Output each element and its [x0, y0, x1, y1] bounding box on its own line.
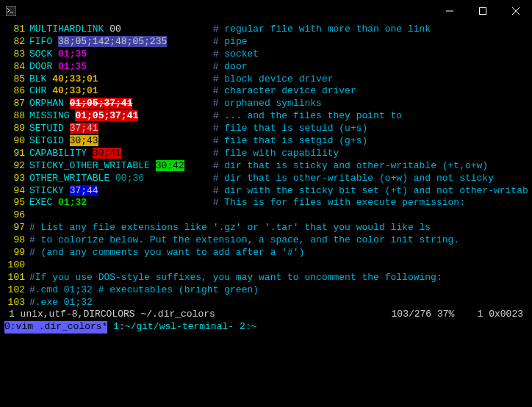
color-code: 30;43: [70, 135, 98, 146]
comment-line: #.exe 01;32: [29, 297, 528, 309]
line-comment: List any file extensions like '.gz' or '…: [35, 222, 431, 233]
line-comment: door: [219, 61, 248, 72]
hash-icon: #: [29, 297, 35, 308]
dircolors-key: CAPABILITY: [29, 148, 87, 159]
line-number: 84: [4, 61, 25, 73]
code-line: FIFO 38;05;142;48;05;235 # pipe: [29, 36, 528, 48]
color-code: 00;36: [115, 173, 144, 184]
code-line: CAPABILITY 30;41 # file with capability: [29, 148, 528, 160]
svg-rect-3: [479, 8, 486, 15]
color-code: 01;05;37;41: [70, 98, 133, 109]
hash-icon: #: [213, 48, 219, 60]
line-number: 94: [4, 185, 25, 198]
line-number: 85: [4, 73, 25, 86]
line-comment: dir that is other-writable (o+w) and not…: [218, 173, 493, 184]
line-comment: regular file with more than one link: [218, 24, 431, 35]
vim-statusbar: 1 unix,utf-8,DIRCOLORS ~/.dir_colors103/…: [4, 309, 528, 321]
line-comment: socket: [219, 48, 259, 60]
minimize-button[interactable]: [433, 0, 466, 22]
tmux-window-2[interactable]: 2:~: [234, 321, 256, 334]
dircolors-key: SETGID: [29, 135, 64, 146]
line-number: 102: [4, 284, 25, 297]
hash-icon: #: [29, 284, 35, 295]
line-comment: If you use DOS-style suffixes, you may w…: [35, 272, 442, 283]
window-titlebar: [0, 0, 532, 22]
line-comment: to colorize below. Put the extension, a …: [35, 234, 459, 245]
line-number: 95: [4, 197, 25, 209]
line-number: 98: [4, 234, 25, 247]
code-line: BLK 40;33;01 # block device driver: [29, 73, 528, 86]
line-comment: file that is setgid (g+s): [218, 135, 367, 146]
line-comment: dir that is sticky and other-writable (+…: [218, 160, 488, 171]
code-line: SOCK 01;35 # socket: [29, 48, 528, 61]
hash-icon: #: [213, 36, 219, 47]
line-number: 83: [4, 48, 25, 61]
dircolors-key: EXEC: [29, 197, 52, 208]
line-number: 99: [4, 247, 25, 259]
dircolors-key: SOCK: [29, 48, 52, 60]
color-code: 38;05;142;48;05;235: [58, 36, 167, 47]
dircolors-key: STICKY: [29, 185, 64, 196]
line-comment: pipe: [219, 36, 248, 47]
maximize-button[interactable]: [466, 0, 499, 22]
dircolors-key: SETUID: [29, 123, 64, 134]
color-code: 01;05;37;41: [75, 110, 138, 121]
color-code: 37;44: [70, 185, 98, 196]
line-number: 86: [4, 85, 25, 98]
line-comment: .exe 01;32: [35, 297, 93, 308]
terminal-viewport[interactable]: 81MULTIHARDLINK 00 # regular file with m…: [0, 22, 532, 335]
code-line: DOOR 01;35 # door: [29, 61, 528, 73]
comment-line: #If you use DOS-style suffixes, you may …: [29, 272, 528, 284]
status-left: 1 unix,utf-8,DIRCOLORS ~/.dir_colors: [9, 309, 392, 321]
line-number: 103: [4, 297, 25, 309]
status-right: 103/276 37% 1 0x0023: [392, 309, 523, 321]
dircolors-key: DOOR: [29, 61, 52, 72]
code-line: SETUID 37;41 # file that is setuid (u+s): [29, 123, 528, 135]
comment-line: #.cmd 01;32 # executables (bright green): [29, 284, 528, 297]
tmux-statusbar: 0:vim .dir_colors* 1:~/git/wsl-terminal-…: [4, 321, 528, 334]
line-number: 101: [4, 272, 25, 284]
line-number: 89: [4, 123, 25, 135]
hash-icon: #: [29, 272, 35, 283]
dircolors-key: MULTIHARDLINK: [29, 24, 104, 35]
close-button[interactable]: [499, 0, 532, 22]
comment-line: # to colorize below. Put the extension, …: [29, 234, 528, 247]
line-number: 81: [4, 24, 25, 36]
color-code: 01;35: [58, 61, 87, 72]
line-number: 87: [4, 98, 25, 110]
line-number: 90: [4, 135, 25, 148]
line-number: 88: [4, 110, 25, 123]
line-comment: orphaned symlinks: [218, 98, 321, 109]
code-line: MISSING 01;05;37;41 # ... and the files …: [29, 110, 528, 123]
hash-icon: #: [29, 234, 35, 245]
code-line: MULTIHARDLINK 00 # regular file with mor…: [29, 24, 528, 36]
color-code: 01;32: [58, 197, 87, 208]
tmux-window-active[interactable]: 0:vim .dir_colors*: [4, 321, 107, 334]
terminal-icon: [0, 0, 22, 22]
line-comment: block device driver: [218, 73, 333, 84]
code-line: STICKY_OTHER_WRITABLE 30;42 # dir that i…: [29, 160, 528, 173]
color-code: 00: [109, 24, 121, 35]
hash-icon: #: [213, 197, 219, 208]
dircolors-key: BLK: [29, 73, 46, 84]
code-line: SETGID 30;43 # file that is setgid (g+s): [29, 135, 528, 148]
tmux-window-1[interactable]: 1:~/git/wsl-terminal-: [107, 321, 234, 334]
line-number: 97: [4, 222, 25, 234]
dircolors-key: FIFO: [29, 36, 52, 47]
code-line: OTHER_WRITABLE 00;36 # dir that is other…: [29, 173, 528, 185]
color-code: 01;35: [58, 48, 87, 60]
color-code: 40;33;01: [52, 73, 98, 84]
line-comment: file with capability: [218, 148, 339, 159]
code-line: STICKY 37;44 # dir with the sticky bit s…: [29, 185, 528, 198]
line-comment: .cmd 01;32 # executables (bright green): [35, 284, 259, 295]
code-line: CHR 40;33;01 # character device driver: [29, 85, 528, 98]
code-line: EXEC 01;32 # This is for files with exec…: [29, 197, 528, 209]
color-code: 37;41: [70, 123, 98, 134]
line-number: 82: [4, 36, 25, 48]
line-number: 93: [4, 173, 25, 185]
dircolors-key: CHR: [29, 85, 46, 96]
line-comment: ... and the files they point to: [218, 110, 402, 121]
color-code: 30;41: [93, 148, 121, 159]
dircolors-key: ORPHAN: [29, 98, 64, 109]
hash-icon: #: [29, 222, 35, 233]
